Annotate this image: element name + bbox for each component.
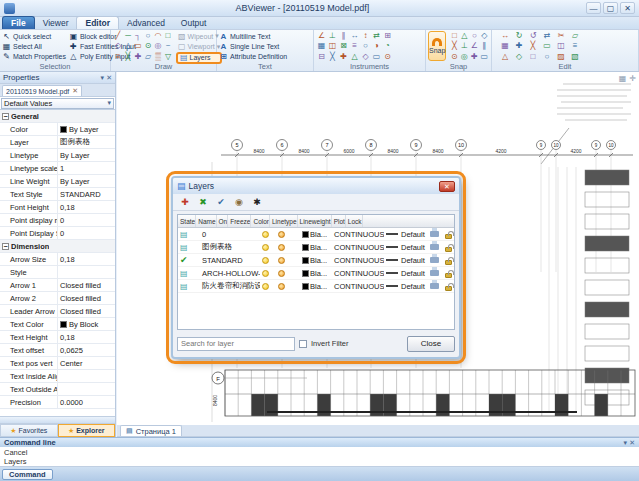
draw-tool-icon[interactable]: ~ bbox=[163, 41, 173, 51]
minimize-button[interactable]: — bbox=[586, 2, 601, 14]
layer-row[interactable]: ▤ ✔ STANDARD Bla... CONTINUOUS bbox=[178, 254, 454, 267]
property-row[interactable]: − Text offset 0,0625 bbox=[0, 344, 115, 357]
layer-freeze-icon[interactable] bbox=[278, 270, 285, 277]
draw-tool-icon[interactable]: ▭ bbox=[133, 41, 143, 51]
instrument-tool-icon[interactable]: ⊟ bbox=[316, 52, 327, 62]
layer-on-icon[interactable] bbox=[262, 244, 269, 251]
layers-column-header[interactable]: Plot bbox=[332, 215, 346, 227]
layer-linetype[interactable]: CONTINUOUS bbox=[332, 241, 384, 253]
property-value[interactable]: 0,18 bbox=[58, 333, 115, 342]
ribbon-tab[interactable]: File bbox=[2, 16, 35, 29]
snap-tool-icon[interactable]: ▭ bbox=[479, 52, 489, 62]
property-row[interactable]: − Arrow 2 Closed filled bbox=[0, 292, 115, 305]
property-row[interactable]: − Precision 0.0000 bbox=[0, 396, 115, 409]
dialog-close-button[interactable]: ✕ bbox=[439, 181, 455, 192]
property-row[interactable]: − Arrow 1 Closed filled bbox=[0, 279, 115, 292]
layer-freeze-icon[interactable] bbox=[278, 257, 285, 264]
layer-linetype[interactable]: CONTINUOUS bbox=[332, 280, 384, 292]
layer-row[interactable]: ▤ ✔ ARCH-HOLLOW-WALL Bla... CONTINUOUS bbox=[178, 267, 454, 280]
plot-icon[interactable] bbox=[430, 283, 439, 289]
plot-icon[interactable] bbox=[430, 244, 439, 250]
layer-row[interactable]: ▤ ✔ 防火卷帘和消防设施 Bla... CONTINUOUS bbox=[178, 280, 454, 293]
layers-column-header[interactable]: Name bbox=[196, 215, 216, 227]
property-value[interactable]: By Block bbox=[58, 320, 115, 329]
layer-on-icon[interactable] bbox=[262, 231, 269, 238]
instrument-tool-icon[interactable]: ↕ bbox=[360, 31, 371, 41]
layers-toolbar-button[interactable]: ◉ bbox=[232, 196, 246, 209]
plot-icon[interactable] bbox=[430, 270, 439, 276]
property-value[interactable]: 0,18 bbox=[58, 255, 115, 264]
lock-icon[interactable] bbox=[445, 234, 452, 239]
layer-on-icon[interactable] bbox=[262, 283, 269, 290]
draw-tool-icon[interactable]: ○ bbox=[143, 31, 153, 41]
property-row[interactable]: − Font Height 0,18 bbox=[0, 201, 115, 214]
invert-filter-checkbox[interactable] bbox=[299, 340, 307, 348]
instrument-tool-icon[interactable]: △ bbox=[349, 52, 360, 62]
edit-tool-icon[interactable]: ▧ bbox=[568, 52, 582, 62]
layer-linetype[interactable]: CONTINUOUS bbox=[332, 254, 384, 266]
layers-column-header[interactable]: Lock bbox=[346, 215, 363, 227]
draw-tool-icon[interactable]: ╱ bbox=[113, 31, 123, 41]
property-value[interactable]: 0 bbox=[58, 216, 115, 225]
property-value[interactable]: 图例表格 bbox=[58, 137, 115, 147]
property-value[interactable]: 0,18 bbox=[58, 203, 115, 212]
edit-tool-icon[interactable]: ✚ bbox=[512, 41, 526, 51]
snap-tool-icon[interactable]: ∥ bbox=[479, 41, 489, 51]
snap-tool-icon[interactable]: ╳ bbox=[449, 41, 459, 51]
instrument-tool-icon[interactable]: ◫ bbox=[327, 41, 338, 51]
property-row[interactable]: − Layer 图例表格 bbox=[0, 136, 115, 149]
instrument-tool-icon[interactable]: ○ bbox=[360, 41, 371, 51]
layer-on-icon[interactable] bbox=[262, 257, 269, 264]
layer-search-input[interactable] bbox=[177, 337, 295, 351]
close-dialog-button[interactable]: Close bbox=[407, 336, 455, 352]
snap-tool-icon[interactable]: ◇ bbox=[479, 31, 489, 41]
property-row[interactable]: − Dimension bbox=[0, 240, 115, 253]
layer-lineweight[interactable]: Default bbox=[401, 269, 425, 278]
property-row[interactable]: − Arrow Size 0,18 bbox=[0, 253, 115, 266]
property-value[interactable]: Closed filled bbox=[58, 281, 115, 290]
snap-tool-icon[interactable]: ◎ bbox=[459, 52, 469, 62]
property-row[interactable]: − Point Display Size 0 bbox=[0, 227, 115, 240]
layer-lineweight[interactable]: Default bbox=[401, 243, 425, 252]
draw-tool-icon[interactable]: ≡ bbox=[113, 52, 123, 62]
property-value[interactable]: Closed filled bbox=[58, 307, 115, 316]
snap-tool-icon[interactable]: ✚ bbox=[469, 52, 479, 62]
property-value[interactable]: 0.0000 bbox=[58, 398, 115, 407]
edit-tool-icon[interactable]: ○ bbox=[540, 52, 554, 62]
instrument-tool-icon[interactable]: ╳ bbox=[327, 52, 338, 62]
layer-linetype[interactable]: CONTINUOUS bbox=[332, 267, 384, 279]
edit-tool-icon[interactable]: □ bbox=[526, 52, 540, 62]
property-row[interactable]: − Text Style STANDARD bbox=[0, 188, 115, 201]
snap-tool-icon[interactable]: ⊥ bbox=[459, 41, 469, 51]
property-row[interactable]: − Text Height 0,18 bbox=[0, 331, 115, 344]
property-value[interactable]: Closed filled bbox=[58, 294, 115, 303]
instrument-tool-icon[interactable]: ⊥ bbox=[327, 31, 338, 41]
layer-freeze-icon[interactable] bbox=[278, 283, 285, 290]
selection-tool-button[interactable]: ▦ Select All bbox=[2, 41, 66, 51]
text-tool-button[interactable]: A Multiline Text bbox=[219, 31, 311, 41]
layers-column-header[interactable]: State bbox=[178, 215, 196, 227]
property-row[interactable]: − Linetype scale 1 bbox=[0, 162, 115, 175]
lock-icon[interactable] bbox=[445, 247, 452, 252]
snap-tool-icon[interactable]: □ bbox=[449, 31, 459, 41]
property-value[interactable]: STANDARD bbox=[58, 190, 115, 199]
instrument-tool-icon[interactable]: ≡ bbox=[349, 41, 360, 51]
property-value[interactable]: By Layer bbox=[58, 177, 115, 186]
ribbon-tab[interactable]: Advanced bbox=[119, 17, 173, 29]
explorer-tab[interactable]: ★ Explorer bbox=[58, 424, 116, 437]
explorer-tab[interactable]: ★ Favorites bbox=[0, 424, 58, 437]
instrument-tool-icon[interactable]: ▦ bbox=[316, 41, 327, 51]
layers-toolbar-button[interactable]: ✖ bbox=[196, 196, 210, 209]
property-row[interactable]: − Point display mode 0 bbox=[0, 214, 115, 227]
layer-linetype[interactable]: CONTINUOUS bbox=[332, 228, 384, 240]
lock-icon[interactable] bbox=[445, 273, 452, 278]
property-row[interactable]: − Text Outside Align bbox=[0, 383, 115, 396]
property-row[interactable]: − Text pos vert Center bbox=[0, 357, 115, 370]
draw-tool-icon[interactable]: □ bbox=[163, 31, 173, 41]
instrument-tool-icon[interactable]: ⊙ bbox=[382, 52, 393, 62]
instrument-tool-icon[interactable]: ◔ bbox=[382, 41, 393, 51]
text-tool-button[interactable]: ⊞ Attribute Definition bbox=[219, 52, 311, 62]
layer-lineweight[interactable]: Default bbox=[401, 282, 425, 291]
instrument-tool-icon[interactable]: ▭ bbox=[371, 52, 382, 62]
layer-freeze-icon[interactable] bbox=[278, 244, 285, 251]
